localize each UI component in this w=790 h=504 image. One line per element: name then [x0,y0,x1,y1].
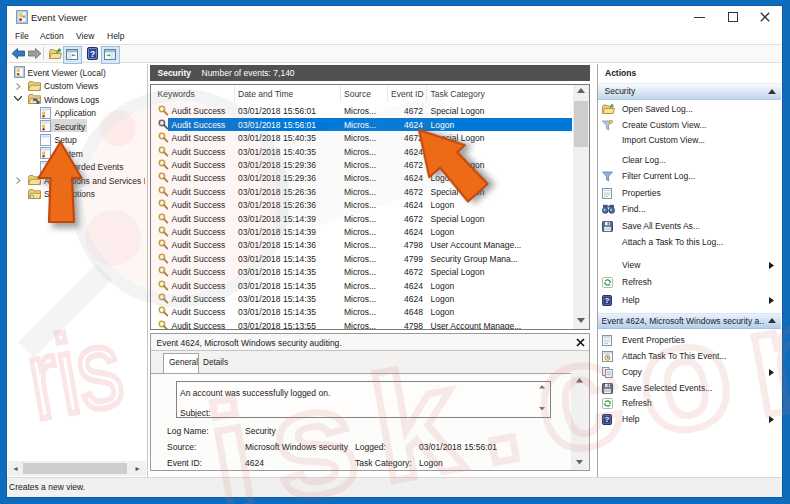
svg-text:?: ? [604,415,609,424]
svg-text:?: ? [90,49,95,59]
svg-text:?: ? [604,296,609,305]
